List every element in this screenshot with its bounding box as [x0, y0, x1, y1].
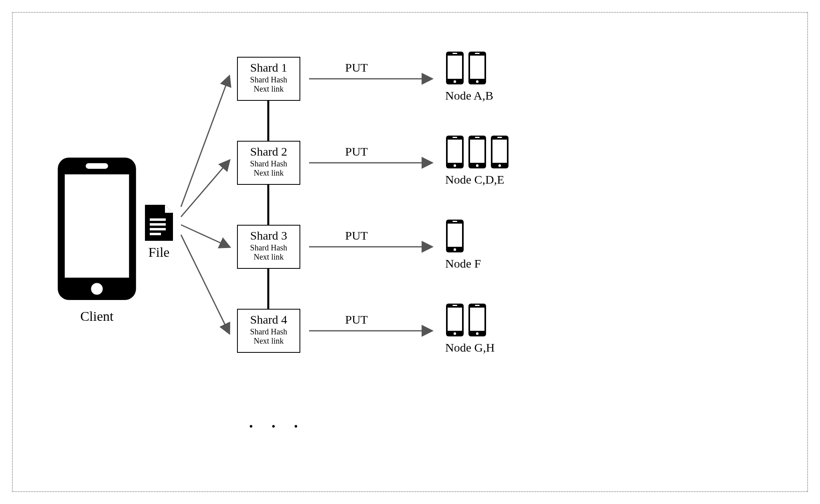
shard-title: Shard 2: [238, 145, 299, 158]
shard-link-text: Next link: [238, 252, 299, 262]
svg-line-12: [181, 225, 229, 247]
svg-point-44: [454, 248, 456, 251]
phone-icon: [445, 219, 464, 253]
svg-rect-50: [470, 308, 484, 331]
shard-hash-text: Shard Hash: [238, 75, 299, 84]
node-label: Node F: [445, 257, 545, 270]
node-label: Node C,D,E: [445, 173, 545, 186]
shard-link-text: Next link: [238, 84, 299, 94]
node-group-1: [445, 51, 490, 87]
svg-rect-47: [452, 305, 457, 306]
node-group-2: [445, 135, 512, 171]
svg-rect-30: [448, 140, 462, 163]
phone-icon: [490, 135, 509, 169]
svg-rect-31: [452, 137, 457, 138]
svg-rect-51: [475, 305, 480, 306]
phone-icon: [468, 135, 487, 169]
svg-point-24: [454, 80, 456, 83]
node-label: Node A,B: [445, 89, 545, 102]
phone-icon: [445, 303, 464, 337]
svg-point-36: [476, 164, 478, 167]
shard-link-text: Next link: [238, 336, 299, 346]
shard-link-text: Next link: [238, 168, 299, 178]
shard-title: Shard 1: [238, 61, 299, 74]
shard-box-3: Shard 3 Shard Hash Next link: [237, 225, 300, 269]
ellipsis: . . .: [249, 413, 305, 432]
phone-icon: [445, 135, 464, 169]
svg-point-52: [476, 332, 478, 335]
shard-title: Shard 4: [238, 313, 299, 326]
shard-box-2: Shard 2 Shard Hash Next link: [237, 141, 300, 185]
phone-icon: [468, 303, 487, 337]
svg-point-40: [498, 164, 501, 167]
shard-hash-text: Shard Hash: [238, 243, 299, 252]
svg-rect-42: [448, 224, 462, 247]
svg-point-28: [476, 80, 478, 83]
svg-rect-23: [452, 53, 457, 54]
phone-icon: [445, 51, 464, 85]
node-label: Node G,H: [445, 341, 545, 354]
put-label: PUT: [345, 313, 368, 326]
svg-rect-34: [470, 140, 484, 163]
svg-rect-46: [448, 308, 462, 331]
shard-box-1: Shard 1 Shard Hash Next link: [237, 57, 300, 101]
put-label: PUT: [345, 145, 368, 158]
shard-box-4: Shard 4 Shard Hash Next link: [237, 309, 300, 353]
svg-rect-35: [475, 137, 480, 138]
shard-title: Shard 3: [238, 229, 299, 242]
svg-rect-39: [497, 137, 502, 138]
node-group-4: [445, 303, 490, 339]
svg-point-32: [454, 164, 456, 167]
put-label: PUT: [345, 229, 368, 242]
node-group-3: [445, 219, 468, 255]
arrows-layer: [13, 13, 809, 493]
svg-rect-26: [470, 56, 484, 79]
diagram-frame: Client File Shard 1 Shard Hash: [12, 12, 808, 492]
svg-point-48: [454, 332, 456, 335]
phone-icon: [468, 51, 487, 85]
svg-rect-43: [452, 221, 457, 222]
put-label: PUT: [345, 61, 368, 74]
svg-line-13: [181, 235, 229, 333]
shard-hash-text: Shard Hash: [238, 159, 299, 168]
svg-line-10: [181, 77, 229, 207]
svg-rect-22: [448, 56, 462, 79]
shard-hash-text: Shard Hash: [238, 327, 299, 336]
svg-rect-38: [492, 140, 507, 163]
svg-rect-27: [475, 53, 480, 54]
